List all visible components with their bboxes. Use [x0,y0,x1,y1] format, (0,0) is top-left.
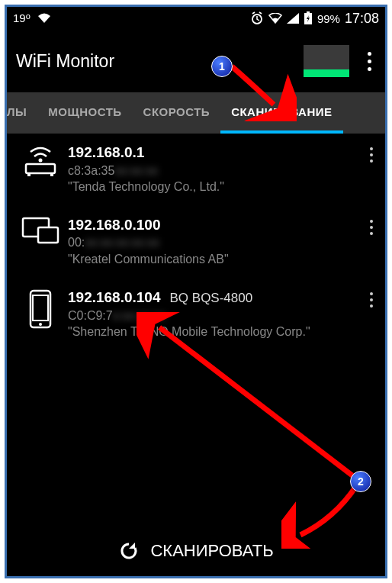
cell-signal-icon [287,13,299,24]
device-vendor: "Kreatel Communications AB" [68,251,365,268]
device-mac: c8:3a:35xx:xx:xx [68,163,365,179]
device-vendor: "Shenzhen TINNO Mobile Technology Corp." [68,324,365,340]
overflow-menu-button[interactable] [363,52,376,71]
tab-channels-partial[interactable]: ЛЫ [7,92,37,134]
svg-rect-4 [26,164,55,173]
app-bar: WiFi Monitor [7,30,385,92]
svg-rect-8 [38,227,58,243]
refresh-icon [118,540,140,562]
battery-icon [304,11,313,25]
tab-bar: ЛЫ МОЩНОСТЬ СКОРОСТЬ СКАНИРОВАНИЕ [7,92,385,134]
app-title: WiFi Monitor [16,51,114,72]
scan-button-label: СКАНИРОВАТЬ [150,541,273,561]
svg-rect-10 [33,295,48,320]
status-bar: 19o 99% 17:08 [7,7,385,30]
device-ip: 192.168.0.104BQ BQS-4800 [68,288,365,308]
device-vendor: "Tenda Technology Co., Ltd." [68,179,365,195]
signal-indicator[interactable] [304,45,349,77]
device-row[interactable]: 192.168.0.100 00:xx:xx:xx:xx:xx "Kreatel… [7,206,385,279]
device-mac: C0:C9:7x:xx:xx:xx [68,308,365,324]
tab-speed[interactable]: СКОРОСТЬ [133,92,221,134]
device-mac: 00:xx:xx:xx:xx:xx [68,234,365,251]
desktop-icon [13,215,68,247]
alarm-icon [250,11,264,25]
svg-rect-5 [27,173,31,176]
wifi-status-icon [37,12,52,24]
svg-point-11 [39,323,42,326]
battery-percent: 99% [317,12,340,25]
tab-scanning[interactable]: СКАНИРОВАНИЕ [220,92,342,134]
device-row[interactable]: 192.168.0.1 c8:3a:35xx:xx:xx "Tenda Tech… [7,134,385,206]
device-ip: 192.168.0.100 [68,215,365,235]
svg-rect-2 [307,11,310,13]
device-ip: 192.168.0.1 [68,143,365,163]
temperature: 19o [13,11,31,25]
wifi-signal-icon [268,13,282,24]
device-list: 192.168.0.1 c8:3a:35xx:xx:xx "Tenda Tech… [7,134,385,351]
phone-icon [13,288,68,330]
device-row[interactable]: 192.168.0.104BQ BQS-4800 C0:C9:7x:xx:xx:… [7,279,385,351]
router-icon [13,143,68,178]
clock: 17:08 [345,11,379,27]
device-menu-button[interactable] [365,215,378,235]
annotation-badge-2: 2 [350,471,371,492]
tab-power[interactable]: МОЩНОСТЬ [37,92,132,134]
svg-rect-6 [50,173,53,176]
device-menu-button[interactable] [365,288,378,308]
annotation-badge-1: 1 [211,56,233,77]
svg-point-3 [39,159,43,163]
scan-button[interactable]: СКАНИРОВАТЬ [7,526,385,576]
device-menu-button[interactable] [365,143,378,163]
